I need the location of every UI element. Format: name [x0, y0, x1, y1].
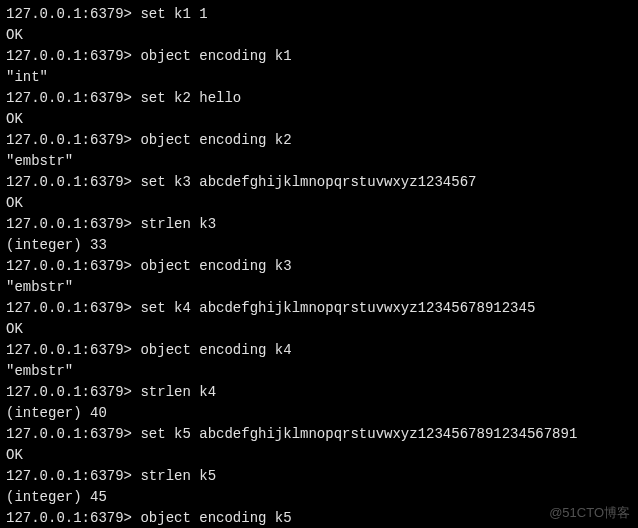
terminal-line: OK: [6, 109, 632, 130]
terminal-command: set k3 abcdefghijklmnopqrstuvwxyz1234567: [140, 174, 476, 190]
terminal-command: set k1 1: [140, 6, 207, 22]
terminal-line: 127.0.0.1:6379> object encoding k5: [6, 508, 632, 528]
terminal-prompt: 127.0.0.1:6379>: [6, 426, 140, 442]
terminal-output-text: "embstr": [6, 363, 73, 379]
terminal-line: 127.0.0.1:6379> set k4 abcdefghijklmnopq…: [6, 298, 632, 319]
terminal-prompt: 127.0.0.1:6379>: [6, 342, 140, 358]
terminal-line: "embstr": [6, 361, 632, 382]
terminal-line: 127.0.0.1:6379> object encoding k2: [6, 130, 632, 151]
terminal-output-text: (integer) 45: [6, 489, 107, 505]
terminal-output-text: "embstr": [6, 153, 73, 169]
terminal-command: object encoding k3: [140, 258, 291, 274]
terminal-output-text: OK: [6, 321, 23, 337]
terminal-prompt: 127.0.0.1:6379>: [6, 468, 140, 484]
terminal-prompt: 127.0.0.1:6379>: [6, 384, 140, 400]
terminal-line: 127.0.0.1:6379> set k3 abcdefghijklmnopq…: [6, 172, 632, 193]
terminal-command: strlen k5: [140, 468, 216, 484]
terminal-line: OK: [6, 25, 632, 46]
terminal-prompt: 127.0.0.1:6379>: [6, 6, 140, 22]
terminal-line: 127.0.0.1:6379> set k2 hello: [6, 88, 632, 109]
terminal-command: set k2 hello: [140, 90, 241, 106]
terminal-output-text: "embstr": [6, 279, 73, 295]
terminal-line: 127.0.0.1:6379> object encoding k3: [6, 256, 632, 277]
terminal-line: 127.0.0.1:6379> strlen k5: [6, 466, 632, 487]
terminal-prompt: 127.0.0.1:6379>: [6, 48, 140, 64]
terminal-output-text: OK: [6, 447, 23, 463]
watermark: @51CTO博客: [549, 503, 630, 523]
terminal-command: object encoding k5: [140, 510, 291, 526]
terminal-command: set k5 abcdefghijklmnopqrstuvwxyz1234567…: [140, 426, 577, 442]
terminal-command: object encoding k4: [140, 342, 291, 358]
terminal-output-text: OK: [6, 195, 23, 211]
terminal-line: OK: [6, 319, 632, 340]
terminal-output-text: (integer) 33: [6, 237, 107, 253]
terminal-output[interactable]: 127.0.0.1:6379> set k1 1OK127.0.0.1:6379…: [6, 4, 632, 528]
terminal-prompt: 127.0.0.1:6379>: [6, 174, 140, 190]
terminal-output-text: OK: [6, 27, 23, 43]
terminal-line: "int": [6, 67, 632, 88]
terminal-line: (integer) 33: [6, 235, 632, 256]
terminal-output-text: (integer) 40: [6, 405, 107, 421]
terminal-prompt: 127.0.0.1:6379>: [6, 132, 140, 148]
terminal-line: 127.0.0.1:6379> set k5 abcdefghijklmnopq…: [6, 424, 632, 445]
terminal-line: "embstr": [6, 151, 632, 172]
terminal-line: "embstr": [6, 277, 632, 298]
terminal-line: (integer) 45: [6, 487, 632, 508]
terminal-prompt: 127.0.0.1:6379>: [6, 258, 140, 274]
terminal-line: OK: [6, 193, 632, 214]
terminal-line: 127.0.0.1:6379> object encoding k1: [6, 46, 632, 67]
terminal-prompt: 127.0.0.1:6379>: [6, 216, 140, 232]
terminal-line: 127.0.0.1:6379> strlen k3: [6, 214, 632, 235]
terminal-command: set k4 abcdefghijklmnopqrstuvwxyz1234567…: [140, 300, 535, 316]
terminal-prompt: 127.0.0.1:6379>: [6, 510, 140, 526]
terminal-command: strlen k3: [140, 216, 216, 232]
terminal-line: OK: [6, 445, 632, 466]
terminal-line: 127.0.0.1:6379> strlen k4: [6, 382, 632, 403]
terminal-command: strlen k4: [140, 384, 216, 400]
terminal-line: 127.0.0.1:6379> set k1 1: [6, 4, 632, 25]
terminal-prompt: 127.0.0.1:6379>: [6, 90, 140, 106]
terminal-output-text: "int": [6, 69, 48, 85]
terminal-line: (integer) 40: [6, 403, 632, 424]
terminal-line: 127.0.0.1:6379> object encoding k4: [6, 340, 632, 361]
terminal-prompt: 127.0.0.1:6379>: [6, 300, 140, 316]
terminal-output-text: OK: [6, 111, 23, 127]
terminal-command: object encoding k1: [140, 48, 291, 64]
terminal-command: object encoding k2: [140, 132, 291, 148]
